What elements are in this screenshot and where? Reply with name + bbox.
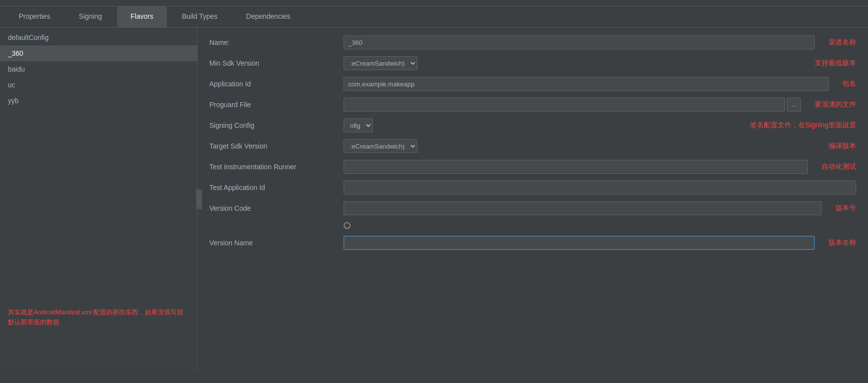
tab-build-types[interactable]: Build Types [168, 6, 231, 27]
annotation-test-instrumentation-runner: 自动化测试 [822, 162, 856, 171]
form-row-name: Name:渠道名称 [209, 36, 856, 49]
annotation-signing-config: 签名配置文件，在Signing里面设置 [750, 121, 856, 130]
input-test-application-id[interactable] [344, 181, 856, 194]
form-row-test-application-id: Test Application Id [209, 181, 856, 194]
form-label-signing-config: Signing Config [209, 121, 338, 129]
select-min-sdk-version[interactable]: :eCreamSandwich) [344, 56, 417, 70]
sidebar: defaultConfig_360baiduucyyb 其实就是AndroidM… [0, 28, 197, 371]
form-row-version-code: Version Code版本号 [209, 201, 856, 215]
form-row-min-sdk-version: Min Sdk Version:eCreamSandwich)支持最低版本 [209, 56, 856, 70]
form-label-min-sdk-version: Min Sdk Version [209, 59, 338, 67]
file-wrapper-proguard-file: ... [344, 98, 801, 112]
annotation-min-sdk-version: 支持最低版本 [815, 59, 856, 68]
tab-signing[interactable]: Signing [65, 6, 116, 27]
version-name-radio[interactable] [344, 222, 351, 229]
select-wrapper-signing-config: nfig [344, 118, 736, 132]
annotation-application-id: 包名 [842, 79, 856, 88]
annotation-name: 渠道名称 [829, 38, 856, 47]
title-bar [0, 0, 868, 6]
radio-row [209, 222, 856, 229]
annotation-version-code: 版本号 [835, 204, 856, 213]
sidebar-item-yyb[interactable]: yyb [0, 93, 197, 109]
form-label-version-name: Version Name [209, 239, 338, 247]
input-version-code[interactable] [344, 201, 822, 215]
form-row-application-id: Application Id包名 [209, 77, 856, 91]
form-label-test-instrumentation-runner: Test Instrumentation Runner [209, 163, 338, 171]
form-label-proguard-file: Proguard File [209, 101, 338, 109]
sidebar-item-defaultConfig[interactable]: defaultConfig [0, 30, 197, 45]
input-test-instrumentation-runner[interactable] [344, 160, 808, 174]
annotation-target-sdk-version: 编译版本 [829, 142, 856, 151]
collapse-handle[interactable]: : [196, 190, 202, 209]
form-row-proguard-file: Proguard File...要混淆的文件 [209, 98, 856, 112]
browse-button-proguard-file[interactable]: ... [787, 98, 801, 112]
form-label-application-id: Application Id [209, 80, 338, 88]
select-wrapper-min-sdk-version: :eCreamSandwich) [344, 56, 801, 70]
form-label-name: Name: [209, 38, 338, 46]
form-row-version-name: Version Name版本名称 [209, 236, 856, 250]
form-label-test-application-id: Test Application Id [209, 184, 338, 192]
file-input-proguard-file[interactable] [344, 98, 785, 112]
select-target-sdk-version[interactable]: :eCreamSandwich) [344, 139, 417, 153]
annotation-version-name: 版本名称 [829, 238, 856, 247]
form-label-version-code: Version Code [209, 204, 338, 212]
form-label-target-sdk-version: Target Sdk Version [209, 142, 338, 150]
tab-properties[interactable]: Properties [5, 6, 64, 27]
tab-bar: PropertiesSigningFlavorsBuild TypesDepen… [0, 6, 868, 28]
annotation-proguard-file: 要混淆的文件 [815, 100, 856, 109]
select-signing-config[interactable]: nfig [344, 118, 373, 132]
tab-flavors[interactable]: Flavors [117, 6, 167, 27]
input-name[interactable] [344, 36, 815, 49]
form-row-signing-config: Signing Confignfig签名配置文件，在Signing里面设置 [209, 118, 856, 132]
form-row-test-instrumentation-runner: Test Instrumentation Runner自动化测试 [209, 160, 856, 174]
sidebar-item-baidu[interactable]: baidu [0, 61, 197, 77]
select-wrapper-target-sdk-version: :eCreamSandwich) [344, 139, 815, 153]
tab-dependencies[interactable]: Dependencies [233, 6, 305, 27]
sidebar-item-_360[interactable]: _360 [0, 45, 197, 61]
input-application-id[interactable] [344, 77, 829, 91]
form-panel: Name:渠道名称Min Sdk Version:eCreamSandwich)… [197, 28, 868, 371]
sidebar-annotation: 其实就是AndroidManifest.xml 配置的那些东西，如果没填写就 默… [0, 303, 197, 332]
input-version-name[interactable] [344, 236, 815, 250]
sidebar-item-uc[interactable]: uc [0, 77, 197, 93]
form-row-target-sdk-version: Target Sdk Version:eCreamSandwich)编译版本 [209, 139, 856, 153]
